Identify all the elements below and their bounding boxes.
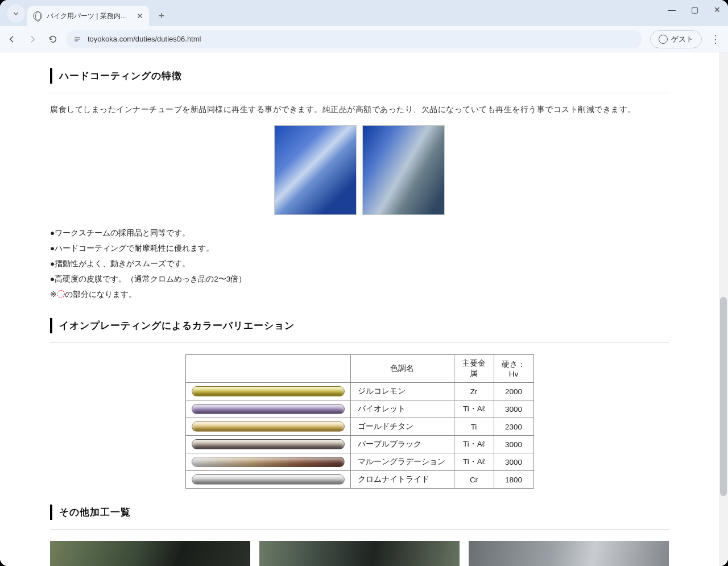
site-info-icon[interactable]: [73, 35, 82, 44]
hardness-cell: 2300: [494, 418, 533, 436]
tone-cell: ジルコレモン: [350, 383, 454, 400]
processing-image-3[interactable]: [469, 541, 669, 566]
bullet-item: ●ハードコーティングで耐摩耗性に優れます。: [50, 241, 669, 256]
tube-sample-icon: [192, 474, 345, 485]
minimize-button[interactable]: —: [667, 5, 677, 15]
arrow-left-icon: [7, 35, 16, 44]
viewport: ハードコーティングの特徴 腐食してしまったインナーチューブを新品同様に再生する事…: [0, 52, 728, 566]
th-hardness: 硬さ：Hv: [494, 355, 533, 383]
bullet-item: ●摺動性がよく、動きがスムーズです。: [50, 256, 669, 271]
th-sample: [185, 355, 350, 383]
divider: [50, 93, 669, 93]
tab-strip: バイク用パーツ | 業務内容 | 株式会 ✕ + — ▢ ✕: [0, 0, 728, 26]
reload-icon: [48, 35, 57, 44]
profile-label: ゲスト: [671, 34, 693, 44]
metal-cell: Cr: [454, 471, 494, 489]
tab-close-button[interactable]: ✕: [136, 11, 143, 20]
table-row: マルーングラデーションTi・Aℓ3000: [185, 453, 533, 471]
motorcycle-image-1: [274, 125, 357, 215]
sample-cell: [185, 418, 350, 436]
tube-sample-icon: [192, 404, 345, 414]
processing-image-2[interactable]: [259, 541, 460, 566]
bullet-item: ●ワークスチームの採用品と同等です。: [50, 225, 669, 241]
sample-cell: [185, 400, 350, 418]
tone-cell: クロムナイトライド: [350, 471, 454, 489]
feature-bullets: ●ワークスチームの採用品と同等です。 ●ハードコーティングで耐摩耗性に優れます。…: [50, 225, 669, 302]
hardness-cell: 1800: [494, 471, 533, 489]
metal-cell: Zr: [454, 383, 494, 400]
tab-search-button[interactable]: [7, 5, 25, 23]
metal-cell: Ti: [454, 418, 494, 436]
sample-cell: [185, 383, 350, 400]
section-title-other: その他加工一覧: [50, 505, 669, 520]
tone-cell: パープルブラック: [350, 436, 454, 453]
processing-image-1[interactable]: [50, 541, 250, 566]
browser-menu-button[interactable]: ⋮: [710, 33, 721, 46]
tone-cell: ゴールドチタン: [350, 418, 454, 436]
new-tab-button[interactable]: +: [154, 8, 169, 24]
tube-sample-icon: [192, 386, 345, 396]
hardness-cell: 2000: [494, 383, 533, 400]
table-row: ゴールドチタンTi2300: [185, 418, 533, 436]
address-bar[interactable]: toyokoka.com/duties/duties06.html: [66, 30, 642, 48]
scrollbar-thumb[interactable]: [720, 297, 727, 496]
page-content: ハードコーティングの特徴 腐食してしまったインナーチューブを新品同様に再生する事…: [0, 52, 719, 566]
globe-icon: [33, 11, 42, 20]
color-variation-table: 色調名 主要金属 硬さ：Hv ジルコレモンZr2000バイオレットTi・Aℓ30…: [185, 354, 534, 489]
table-row: ジルコレモンZr2000: [185, 383, 533, 400]
arrow-right-icon: [28, 35, 37, 44]
bullet-note: ※の部分になります。: [50, 287, 669, 302]
table-header-row: 色調名 主要金属 硬さ：Hv: [185, 355, 533, 383]
maximize-button[interactable]: ▢: [689, 5, 700, 15]
window-controls: — ▢ ✕: [667, 5, 722, 15]
metal-cell: Ti・Aℓ: [454, 436, 494, 453]
browser-window: バイク用パーツ | 業務内容 | 株式会 ✕ + — ▢ ✕ toyokoka.…: [0, 0, 728, 566]
nav-buttons: [7, 34, 58, 44]
forward-button[interactable]: [27, 34, 38, 44]
close-window-button[interactable]: ✕: [712, 5, 722, 15]
browser-toolbar: toyokoka.com/duties/duties06.html ゲスト ⋮: [0, 26, 728, 52]
url-text: toyokoka.com/duties/duties06.html: [88, 35, 201, 43]
chevron-down-icon: [12, 10, 20, 18]
table-row: クロムナイトライドCr1800: [185, 471, 533, 489]
metal-cell: Ti・Aℓ: [454, 400, 494, 418]
profile-button[interactable]: ゲスト: [650, 30, 702, 48]
reload-button[interactable]: [48, 34, 58, 44]
hardness-cell: 3000: [494, 453, 533, 471]
sample-cell: [185, 436, 350, 453]
image-row: [50, 125, 669, 215]
section-title-ionplating: イオンプレーティングによるカラーバリエーション: [50, 318, 669, 333]
tube-sample-icon: [192, 422, 345, 432]
tone-cell: マルーングラデーション: [350, 453, 454, 471]
lead-paragraph: 腐食してしまったインナーチューブを新品同様に再生する事ができます。純正品が高額で…: [50, 105, 669, 115]
sample-cell: [185, 453, 350, 471]
person-icon: [659, 35, 668, 44]
table-row: バイオレットTi・Aℓ3000: [185, 400, 533, 418]
tab-title: バイク用パーツ | 業務内容 | 株式会: [47, 11, 132, 21]
bullet-item: ●高硬度の皮膜です。（通常クロムめっき品の2〜3倍）: [50, 271, 669, 287]
tone-cell: バイオレット: [350, 400, 454, 418]
processing-cards: [50, 541, 669, 566]
th-tone: 色調名: [350, 355, 454, 383]
hardness-cell: 3000: [494, 400, 533, 418]
table-row: パープルブラックTi・Aℓ3000: [185, 436, 533, 453]
hardness-cell: 3000: [494, 436, 533, 453]
divider: [50, 529, 669, 530]
tube-sample-icon: [192, 457, 345, 467]
tube-sample-icon: [192, 439, 345, 449]
section-title-hardcoating: ハードコーティングの特徴: [50, 68, 669, 84]
red-dashed-circle-icon: [57, 290, 65, 298]
scrollbar-track[interactable]: [719, 52, 728, 566]
th-metal: 主要金属: [454, 355, 494, 383]
divider: [50, 342, 669, 343]
back-button[interactable]: [7, 34, 17, 44]
browser-tab[interactable]: バイク用パーツ | 業務内容 | 株式会 ✕: [27, 6, 149, 26]
sample-cell: [185, 471, 350, 489]
metal-cell: Ti・Aℓ: [454, 453, 494, 471]
motorcycle-image-2: [362, 125, 445, 215]
